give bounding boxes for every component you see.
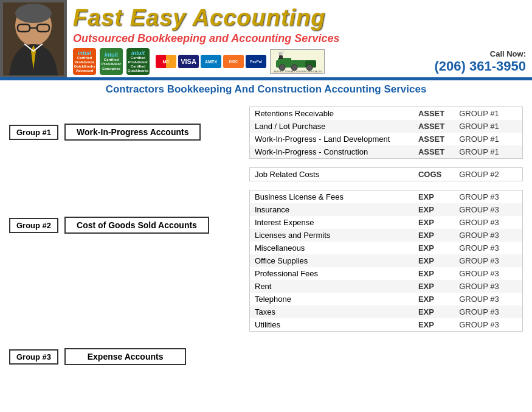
account-type: EXP (413, 267, 454, 280)
table-row: Utilities EXP GROUP #3 (250, 318, 523, 332)
table-row: Licenses and Permits EXP GROUP #3 (250, 229, 523, 242)
table-row: Miscellaneous EXP GROUP #3 (250, 242, 523, 254)
account-name: Interest Expense (250, 216, 413, 229)
account-group: GROUP #3 (454, 267, 522, 280)
gap2 (249, 181, 523, 190)
site-title: Fast Easy Accounting (73, 5, 339, 31)
intuit-badge-2: intuit CertifiedProAdvisorEnterprise (100, 48, 123, 75)
amex-icon: AMEX (201, 55, 221, 68)
table-row: Work-In-Progress - Land Development ASSE… (250, 133, 523, 145)
group2-row: Group #2 Cost of Goods Sold Accounts (9, 217, 249, 234)
gap1 (249, 159, 523, 167)
group2-badge: Group #2 (9, 218, 58, 233)
account-name: Miscellaneous (250, 242, 413, 254)
site-subtitle: Outsourced Bookkeeping and Accounting Se… (73, 32, 339, 45)
account-name: Land / Lot Purchase (250, 120, 413, 133)
account-type: EXP (413, 293, 454, 306)
account-type: EXP (413, 216, 454, 229)
group3-row: Group #3 Expense Accounts (9, 348, 249, 365)
train-logo: CONSTRUCTION ACCOUNTING SPECIALISTS (270, 49, 325, 74)
table-row: Insurance EXP GROUP #3 (250, 203, 523, 216)
svg-text:CONSTRUCTION ACCOUNTING SPECIA: CONSTRUCTION ACCOUNTING SPECIALISTS (273, 70, 322, 72)
right-column: Retentions Receivable ASSET GROUP #1 Lan… (249, 106, 523, 407)
table-row: Office Supplies EXP GROUP #3 (250, 254, 523, 267)
group2-label: Cost of Goods Sold Accounts (64, 217, 209, 234)
payment-icons: MC VISA AMEX DISC PayPal (156, 55, 266, 68)
account-type: EXP (413, 318, 454, 332)
account-type: EXP (413, 203, 454, 216)
cogs-accounts-table: Job Related Costs COGS GROUP #2 (249, 167, 523, 181)
account-name: Office Supplies (250, 254, 413, 267)
table-row: Interest Expense EXP GROUP #3 (250, 216, 523, 229)
account-group: GROUP #3 (454, 306, 522, 318)
account-type: COGS (413, 168, 454, 181)
account-group: GROUP #3 (454, 280, 522, 293)
account-name: Rent (250, 280, 413, 293)
mastercard-icon: MC (156, 55, 176, 68)
table-row: Rent EXP GROUP #3 (250, 280, 523, 293)
header-top-section: Fast Easy Accounting Outsourced Bookkeep… (67, 0, 532, 47)
main-content: Group #1 Work-In-Progress Accounts Group… (0, 99, 532, 412)
account-group: GROUP #3 (454, 293, 522, 306)
group1-row: Group #1 Work-In-Progress Accounts (9, 124, 249, 141)
account-name: Licenses and Permits (250, 229, 413, 242)
svg-rect-11 (279, 55, 283, 59)
banner-bar: Contractors Bookkeeping And Construction… (0, 79, 532, 99)
account-group: GROUP #3 (454, 203, 522, 216)
group1-badge: Group #1 (9, 125, 58, 140)
account-type: ASSET (413, 133, 454, 145)
header-photo (0, 0, 67, 77)
paypal-icon: PayPal (246, 55, 266, 68)
table-row: Professional Fees EXP GROUP #3 (250, 267, 523, 280)
group3-badge: Group #3 (9, 349, 58, 365)
account-group: GROUP #2 (454, 168, 522, 181)
svg-point-16 (282, 51, 284, 54)
account-name: Work-In-Progress - Construction (250, 145, 413, 159)
account-group: GROUP #3 (454, 242, 522, 254)
account-group: GROUP #3 (454, 190, 522, 204)
account-name: Business License & Fees (250, 190, 413, 204)
account-name: Telephone (250, 293, 413, 306)
account-name: Professional Fees (250, 267, 413, 280)
page-header: Fast Easy Accounting Outsourced Bookkeep… (0, 0, 532, 79)
account-type: ASSET (413, 107, 454, 120)
logos-row: intuit CertifiedProAdvisorQuickBooksAdva… (67, 47, 532, 77)
table-row: Job Related Costs COGS GROUP #2 (250, 168, 523, 181)
account-type: EXP (413, 254, 454, 267)
call-now: Call Now: (206) 361-3950 (435, 49, 526, 74)
account-name: Taxes (250, 306, 413, 318)
account-group: GROUP #3 (454, 216, 522, 229)
account-group: GROUP #1 (454, 120, 522, 133)
banner-text: Contractors Bookkeeping And Construction… (106, 83, 427, 95)
left-column: Group #1 Work-In-Progress Accounts Group… (9, 106, 249, 407)
svg-point-2 (15, 4, 52, 23)
call-now-label: Call Now: (490, 49, 526, 58)
account-type: EXP (413, 229, 454, 242)
account-group: GROUP #3 (454, 318, 522, 332)
wip-accounts-table: Retentions Receivable ASSET GROUP #1 Lan… (249, 106, 523, 159)
intuit-badge-3: intuit CertifiedProAdvisorCertifiedQuick… (126, 48, 150, 75)
table-row: Retentions Receivable ASSET GROUP #1 (250, 107, 523, 120)
account-group: GROUP #1 (454, 145, 522, 159)
table-row: Telephone EXP GROUP #3 (250, 293, 523, 306)
table-row: Taxes EXP GROUP #3 (250, 306, 523, 318)
phone-number: (206) 361-3950 (435, 58, 526, 74)
account-group: GROUP #1 (454, 133, 522, 145)
account-name: Job Related Costs (250, 168, 413, 181)
account-type: EXP (413, 242, 454, 254)
account-name: Insurance (250, 203, 413, 216)
visa-icon: VISA (178, 55, 199, 68)
expense-accounts-table: Business License & Fees EXP GROUP #3 Ins… (249, 190, 523, 332)
header-right: Fast Easy Accounting Outsourced Bookkeep… (67, 0, 532, 77)
account-group: GROUP #1 (454, 107, 522, 120)
account-name: Retentions Receivable (250, 107, 413, 120)
account-group: GROUP #3 (454, 229, 522, 242)
account-type: ASSET (413, 145, 454, 159)
table-row: Business License & Fees EXP GROUP #3 (250, 190, 523, 204)
intuit-badge-1: intuit CertifiedProAdvisorQuickBooksAdva… (73, 48, 96, 75)
account-type: EXP (413, 306, 454, 318)
discover-icon: DISC (223, 55, 244, 68)
account-name: Utilities (250, 318, 413, 332)
account-type: ASSET (413, 120, 454, 133)
group3-label: Expense Accounts (64, 348, 186, 365)
